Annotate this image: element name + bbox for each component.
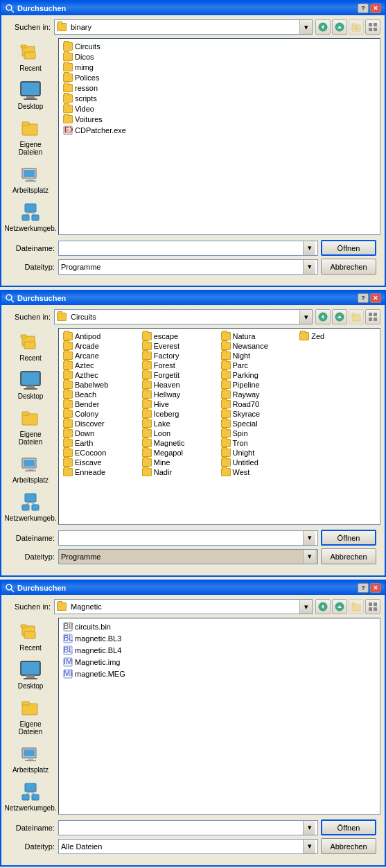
- list-item[interactable]: Circuits: [62, 42, 377, 51]
- list-item[interactable]: IMG Magnetic.img: [62, 657, 377, 668]
- list-item[interactable]: Night: [220, 351, 299, 361]
- suchen-in-combo-2[interactable]: Circuits ▾: [54, 309, 313, 324]
- nav-back-1[interactable]: [315, 19, 331, 35]
- nav-up-3[interactable]: [332, 599, 347, 614]
- sidebar-item-recent-2[interactable]: Recent: [6, 328, 55, 365]
- dateiname-arrow-3[interactable]: ▾: [303, 821, 315, 835]
- cancel-button-3[interactable]: Abbrechen: [321, 838, 376, 854]
- dateiname-arrow-2[interactable]: ▾: [303, 531, 315, 545]
- dateityp-combo-3[interactable]: Alle Dateien ▾: [58, 839, 318, 854]
- suchen-in-arrow-1[interactable]: ▾: [299, 20, 312, 34]
- sidebar-item-eigene-2[interactable]: Eigene Dateien: [6, 404, 55, 449]
- list-item[interactable]: Everest: [141, 341, 220, 351]
- list-item[interactable]: Newsance: [220, 341, 299, 351]
- list-item[interactable]: Rayway: [220, 390, 299, 399]
- sidebar-item-recent-3[interactable]: Recent: [6, 618, 55, 654]
- list-item[interactable]: Megapol: [141, 448, 220, 458]
- list-item[interactable]: Discover: [62, 419, 141, 428]
- suchen-in-arrow-3[interactable]: ▾: [299, 600, 312, 614]
- nav-back-2[interactable]: [315, 309, 331, 324]
- list-item[interactable]: BIN circuits.bin: [62, 621, 377, 632]
- suchen-in-combo-1[interactable]: binary ▾: [54, 19, 313, 35]
- nav-back-3[interactable]: [315, 599, 331, 614]
- sidebar-item-arbeitsplatz-3[interactable]: Arbeitsplatz: [6, 740, 55, 776]
- sidebar-item-desktop-1[interactable]: Desktop: [6, 76, 55, 113]
- nav-newfolder-2[interactable]: [349, 309, 364, 324]
- nav-newfolder-3[interactable]: [349, 599, 364, 614]
- sidebar-item-desktop-3[interactable]: Desktop: [6, 656, 55, 693]
- dateiname-field-3[interactable]: [61, 824, 303, 832]
- suchen-in-combo-3[interactable]: Magnetic ▾: [54, 599, 313, 614]
- list-item[interactable]: Loon: [141, 428, 220, 438]
- list-item[interactable]: Down: [62, 428, 141, 438]
- dateityp-arrow-2[interactable]: ▾: [303, 550, 315, 564]
- help-button-2[interactable]: ?: [358, 293, 369, 303]
- list-item[interactable]: Polices: [62, 73, 377, 83]
- list-item[interactable]: Video: [62, 104, 377, 114]
- sidebar-item-recent-1[interactable]: Recent: [6, 38, 55, 75]
- list-item[interactable]: Earth: [62, 438, 141, 448]
- list-item[interactable]: Untitled: [220, 458, 299, 467]
- list-item[interactable]: Hellway: [141, 390, 220, 399]
- sidebar-item-eigene-1[interactable]: Eigene Dateien: [6, 114, 55, 159]
- nav-up-2[interactable]: [332, 309, 347, 324]
- list-item[interactable]: Eiscave: [62, 458, 141, 467]
- dateiname-field-1[interactable]: [61, 244, 303, 252]
- list-item[interactable]: Aztec: [62, 361, 141, 370]
- cancel-button-1[interactable]: Abbrechen: [321, 259, 376, 275]
- dateityp-combo-1[interactable]: Programme ▾: [58, 259, 318, 275]
- dateityp-arrow-3[interactable]: ▾: [303, 840, 315, 853]
- sidebar-item-netzwerk-3[interactable]: Netzwerkumgeb.: [6, 778, 55, 815]
- list-item[interactable]: BL3 magnetic.BL3: [62, 633, 377, 644]
- list-item[interactable]: Iceberg: [141, 409, 220, 419]
- list-item[interactable]: Zed: [298, 331, 377, 341]
- sidebar-item-netzwerk-1[interactable]: Netzwerkumgeb.: [6, 198, 55, 235]
- list-item[interactable]: Babelweb: [62, 380, 141, 390]
- open-button-3[interactable]: Öffnen: [321, 819, 376, 835]
- list-item[interactable]: Heaven: [141, 380, 220, 390]
- list-item[interactable]: Bender: [62, 399, 141, 409]
- nav-newfolder-1[interactable]: [349, 19, 364, 35]
- dateiname-input-3[interactable]: ▾: [58, 820, 318, 835]
- dateityp-combo-2[interactable]: Programme ▾: [58, 549, 318, 564]
- list-item[interactable]: escape: [141, 331, 220, 341]
- list-item[interactable]: Magnetic: [141, 438, 220, 448]
- list-item[interactable]: Arcade: [62, 341, 141, 351]
- list-item[interactable]: ECocoon: [62, 448, 141, 458]
- list-item[interactable]: Nadir: [141, 467, 220, 477]
- list-item[interactable]: Parc: [220, 361, 299, 370]
- dateiname-input-2[interactable]: ▾: [58, 530, 318, 546]
- list-item[interactable]: Beach: [62, 390, 141, 399]
- list-item[interactable]: EXE CDPatcher.exe: [62, 125, 377, 136]
- close-button-1[interactable]: ✕: [370, 3, 381, 13]
- list-item[interactable]: Azthec: [62, 370, 141, 380]
- nav-up-1[interactable]: [332, 19, 347, 35]
- list-item[interactable]: resson: [62, 83, 377, 93]
- list-item[interactable]: Dicos: [62, 52, 377, 62]
- sidebar-item-arbeitsplatz-2[interactable]: Arbeitsplatz: [6, 450, 55, 487]
- cancel-button-2[interactable]: Abbrechen: [321, 548, 376, 564]
- list-item[interactable]: Voitures: [62, 114, 377, 124]
- list-item[interactable]: Road70: [220, 399, 299, 409]
- nav-view-2[interactable]: [365, 309, 380, 324]
- list-item[interactable]: Forest: [141, 361, 220, 370]
- dateityp-arrow-1[interactable]: ▾: [303, 260, 315, 274]
- list-item[interactable]: scripts: [62, 94, 377, 103]
- dateiname-arrow-1[interactable]: ▾: [303, 241, 315, 255]
- list-item[interactable]: Pipeline: [220, 380, 299, 390]
- help-button-1[interactable]: ?: [358, 3, 369, 13]
- list-item[interactable]: Special: [220, 419, 299, 428]
- list-item[interactable]: Natura: [220, 331, 299, 341]
- list-item[interactable]: Enneade: [62, 467, 141, 477]
- list-item[interactable]: Spin: [220, 428, 299, 438]
- list-item[interactable]: Lake: [141, 419, 220, 428]
- sidebar-item-arbeitsplatz-1[interactable]: Arbeitsplatz: [6, 160, 55, 197]
- list-item[interactable]: MEG magnetic.MEG: [62, 668, 377, 679]
- sidebar-item-desktop-2[interactable]: Desktop: [6, 366, 55, 403]
- list-item[interactable]: Colony: [62, 409, 141, 419]
- list-item[interactable]: BL4 magnetic.BL4: [62, 645, 377, 656]
- list-item[interactable]: Tron: [220, 438, 299, 448]
- list-item[interactable]: Skyrace: [220, 409, 299, 419]
- list-item[interactable]: Factory: [141, 351, 220, 361]
- open-button-1[interactable]: Öffnen: [321, 240, 376, 256]
